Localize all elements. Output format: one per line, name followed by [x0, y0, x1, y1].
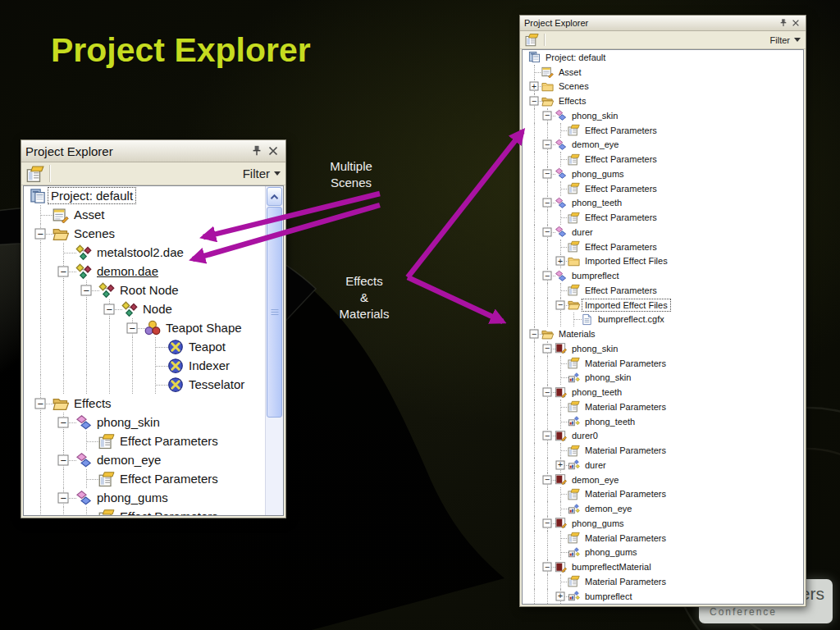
expand-icon[interactable]: +	[556, 460, 565, 469]
collapse-icon[interactable]: −	[543, 140, 552, 149]
tree-item-label[interactable]: Indexer	[186, 358, 232, 373]
tree-item-label[interactable]: phong_gums	[94, 490, 171, 505]
tree-item-label[interactable]: Material Parameters	[582, 401, 669, 413]
tree-item-project-default[interactable]: Project: default	[24, 186, 283, 205]
close-icon[interactable]	[265, 143, 281, 159]
collapse-icon[interactable]: −	[35, 398, 46, 409]
tree-item-material-parameters[interactable]: Material Parameters	[523, 574, 803, 589]
tree-item-metalstool2-dae[interactable]: metalstool2.dae	[24, 243, 283, 262]
tree-item-label[interactable]: bumpreflect	[582, 591, 634, 602]
tree-item-phong-gums[interactable]: −phong_gums	[523, 516, 803, 531]
tree-item-tesselator[interactable]: Tesselator	[24, 375, 283, 394]
tree-item-effect-parameters[interactable]: Effect Parameters	[523, 181, 803, 196]
tree-item-effect-parameters[interactable]: Effect Parameters	[24, 469, 283, 488]
tree-item-label[interactable]: Node	[140, 301, 175, 317]
tree-item-demon-eye[interactable]: −demon_eye	[523, 472, 803, 487]
tree-item-node[interactable]: −Node	[24, 299, 283, 318]
tree-item-label[interactable]: Effect Parameters	[582, 212, 660, 223]
collapse-icon[interactable]: −	[543, 563, 552, 572]
tree-item-label[interactable]: Effects	[556, 95, 588, 107]
tree-item-durer[interactable]: −durer	[523, 225, 803, 240]
tree-item-asset[interactable]: Asset	[24, 205, 283, 224]
tree-item-label[interactable]: Materials	[556, 328, 598, 340]
tree-item-label[interactable]: Project: default	[48, 188, 135, 203]
tree-item-label[interactable]: phong_skin	[569, 343, 620, 354]
tree-item-label[interactable]: Scenes	[556, 80, 591, 92]
tree-item-scenes[interactable]: +Scenes	[523, 80, 803, 94]
tree-item-label[interactable]: Teapot Shape	[163, 320, 244, 336]
tree-item-label[interactable]: Tesselator	[186, 377, 247, 392]
tree-item-label[interactable]: bumpreflect.cgfx	[596, 313, 667, 325]
tree-item-imported-effect-files[interactable]: −Imported Effect Files	[523, 298, 803, 313]
tree-item-label[interactable]: phong_gums	[569, 518, 627, 529]
tree-item-effect-parameters[interactable]: Effect Parameters	[523, 210, 803, 225]
tree-item-root-node[interactable]: −Root Node	[24, 281, 283, 299]
tree-item-label[interactable]: phong_teeth	[569, 386, 624, 398]
tree-item-label[interactable]: bumpreflectMaterial	[569, 561, 654, 573]
tree-item-material-parameters[interactable]: Material Parameters	[523, 356, 803, 371]
tree-item-phong-skin[interactable]: −phong_skin	[24, 413, 283, 431]
close-icon[interactable]	[789, 17, 801, 30]
tree-item-demon-dae[interactable]: −demon.dae	[24, 262, 283, 281]
collapse-icon[interactable]: −	[58, 492, 69, 503]
expand-icon[interactable]: +	[530, 82, 539, 91]
tree-item-label[interactable]: Project: default	[543, 52, 608, 63]
tree-item-demon-eye[interactable]: demon_eye	[523, 501, 803, 516]
tree-item-label[interactable]: Effect Parameters	[582, 285, 660, 296]
tree-item-phong-skin[interactable]: phong_skin	[523, 371, 803, 386]
tree-item-label[interactable]: bumpreflect	[569, 270, 621, 281]
expand-icon[interactable]: +	[556, 591, 565, 600]
tree-item-phong-skin[interactable]: −phong_skin	[523, 341, 803, 356]
tree-item-label[interactable]: phong_skin	[94, 414, 162, 430]
collapse-icon[interactable]: −	[543, 272, 552, 281]
vertical-scrollbar[interactable]	[265, 186, 283, 515]
tree-item-label[interactable]: Asset	[556, 66, 584, 78]
tree-item-phong-teeth[interactable]: phong_teeth	[523, 414, 803, 429]
collapse-icon[interactable]: −	[543, 111, 552, 120]
collapse-icon[interactable]: −	[104, 304, 115, 314]
tree-item-label[interactable]: Imported Effect Files	[582, 255, 670, 267]
tree-item-effect-parameters[interactable]: Effect Parameters	[523, 152, 803, 167]
tree-item-asset[interactable]: Asset	[523, 65, 803, 80]
tree-item-effect-parameters[interactable]: Effect Parameters	[523, 240, 803, 254]
tree-item-material-parameters[interactable]: Material Parameters	[523, 531, 803, 546]
tree-item-label[interactable]: Root Node	[117, 282, 181, 298]
tree-item-label[interactable]: demon_eye	[569, 474, 622, 486]
tree-item-project-default[interactable]: Project: default	[523, 50, 803, 65]
tree-item-label[interactable]: durer	[569, 226, 596, 238]
tree-item-demon-eye[interactable]: −demon_eye	[523, 138, 803, 153]
collapse-icon[interactable]: −	[81, 285, 92, 295]
tree-item-label[interactable]: phong_skin	[582, 372, 633, 383]
collapse-icon[interactable]: −	[543, 431, 552, 441]
collapse-icon[interactable]: −	[58, 417, 69, 427]
tree-item-label[interactable]: Asset	[71, 207, 107, 222]
filter-dropdown[interactable]: Filter	[770, 35, 801, 45]
tree-item-phong-gums[interactable]: phong_gums	[523, 546, 803, 560]
tree-item-label[interactable]: demon_eye	[94, 452, 163, 468]
tree-item-label[interactable]: Material Parameters	[582, 488, 669, 500]
tree-item-bumpreflect[interactable]: −bumpreflect	[523, 268, 803, 283]
tree-item-material-parameters[interactable]: Material Parameters	[523, 399, 803, 414]
properties-tool-icon[interactable]	[525, 33, 539, 47]
tree-item-label[interactable]: Material Parameters	[582, 358, 669, 369]
tree-item-effect-parameters[interactable]: Effect Parameters	[523, 283, 803, 298]
tree-item-label[interactable]: phong_gums	[582, 546, 640, 558]
tree-view[interactable]: Project: defaultAsset−Scenesmetalstool2.…	[23, 185, 284, 516]
tree-item-bumpreflect[interactable]: +bumpreflect	[523, 589, 803, 604]
tree-item-phong-teeth[interactable]: −phong_teeth	[523, 385, 803, 399]
tree-item-label[interactable]: durer0	[569, 430, 600, 441]
tree-item-effect-parameters[interactable]: Effect Parameters	[24, 431, 283, 450]
tree-item-durer[interactable]: +durer	[523, 458, 803, 472]
tree-item-material-parameters[interactable]: Material Parameters	[523, 487, 803, 502]
tree-item-durer0[interactable]: −durer0	[523, 429, 803, 444]
collapse-icon[interactable]: −	[543, 475, 552, 484]
scroll-thumb[interactable]	[267, 207, 282, 418]
tree-item-label[interactable]: phong_gums	[569, 168, 627, 180]
tree-item-label[interactable]: demon.dae	[94, 263, 161, 279]
collapse-icon[interactable]: −	[35, 228, 46, 239]
tree-item-materials[interactable]: −Materials	[523, 326, 803, 341]
tree-item-effect-parameters[interactable]: Effect Parameters	[523, 123, 803, 138]
tree-item-bumpreflectmaterial[interactable]: −bumpreflectMaterial	[523, 559, 803, 574]
tree-item-material-parameters[interactable]: Material Parameters	[523, 443, 803, 458]
collapse-icon[interactable]: −	[543, 169, 552, 178]
